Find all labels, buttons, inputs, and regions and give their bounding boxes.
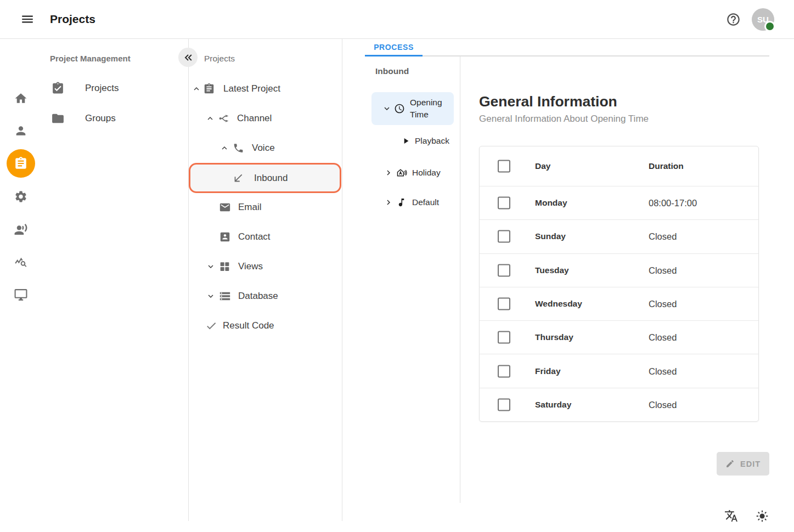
- tree-item-label: Database: [238, 291, 278, 302]
- duration-cell: Closed: [649, 366, 677, 376]
- day-cell: Friday: [535, 366, 561, 376]
- tree-item-latest-project[interactable]: Latest Project: [188, 78, 341, 100]
- collapse-caret-icon[interactable]: [205, 114, 215, 123]
- topbar-actions: SU: [726, 8, 794, 31]
- duration-cell: Closed: [649, 298, 677, 309]
- tree-item-label: Channel: [237, 113, 272, 124]
- result-code-icon: [205, 320, 217, 332]
- table-row: Sunday Closed: [480, 219, 758, 253]
- expand-caret-icon[interactable]: [382, 104, 392, 114]
- settings-icon[interactable]: [14, 190, 27, 203]
- home-icon[interactable]: [14, 92, 27, 105]
- table-row: Wednesday Closed: [480, 287, 758, 320]
- expand-chevron-icon[interactable]: [384, 168, 393, 178]
- avatar[interactable]: SU: [752, 8, 774, 31]
- row-checkbox[interactable]: [498, 297, 510, 310]
- views-icon: [219, 261, 230, 273]
- desktop-icon[interactable]: [14, 288, 27, 302]
- row-checkbox[interactable]: [498, 331, 510, 344]
- voice-over-icon[interactable]: [14, 223, 27, 236]
- top-bar: Projects SU: [0, 0, 794, 39]
- row-checkbox[interactable]: [498, 264, 510, 276]
- edit-button[interactable]: EDIT: [717, 452, 769, 476]
- tree-item-email[interactable]: Email: [188, 196, 341, 218]
- channel-icon: [218, 112, 230, 124]
- tree-item-channel[interactable]: Channel: [188, 107, 341, 129]
- main-content: General Information General Information …: [460, 56, 794, 532]
- menu-icon[interactable]: [20, 12, 35, 26]
- tree-item-label: Email: [238, 202, 262, 213]
- table-header-row: Day Duration: [480, 146, 758, 186]
- tree-item-inbound-selected[interactable]: Inbound: [189, 163, 341, 193]
- projects-item-icon: [51, 82, 65, 95]
- nav-column: Project Management Projects Groups: [41, 39, 189, 521]
- holiday-icon: [396, 167, 407, 178]
- presence-dot: [764, 21, 775, 32]
- tree-item-label: Voice: [252, 143, 275, 154]
- tree-header: Projects: [204, 54, 235, 64]
- tree-item-label: Latest Project: [223, 83, 280, 94]
- playback-icon: [401, 137, 410, 146]
- icon-rail: [0, 39, 41, 532]
- tree-item-contact[interactable]: Contact: [188, 226, 341, 248]
- translate-icon[interactable]: [724, 509, 738, 523]
- process-item-default[interactable]: Default: [342, 194, 460, 211]
- day-cell: Monday: [535, 198, 567, 208]
- default-icon: [396, 197, 407, 208]
- project-icon: [203, 83, 215, 95]
- nav-item-projects[interactable]: Projects: [41, 77, 188, 100]
- nav-item-groups[interactable]: Groups: [41, 107, 188, 130]
- expand-chevron-icon[interactable]: [384, 197, 393, 207]
- process-item-label: Opening Time: [410, 97, 451, 120]
- select-all-checkbox[interactable]: [498, 160, 510, 173]
- expand-caret-icon[interactable]: [206, 262, 216, 271]
- duration-cell: 08:00-17:00: [649, 198, 697, 208]
- process-item-label: Playback: [415, 136, 449, 146]
- collapse-caret-icon[interactable]: [192, 84, 201, 94]
- tree-item-result-code[interactable]: Result Code: [188, 315, 341, 337]
- section-subtitle: General Information About Opening Time: [479, 114, 649, 124]
- edit-icon: [725, 459, 735, 468]
- expand-caret-icon[interactable]: [206, 291, 216, 301]
- row-checkbox[interactable]: [498, 365, 510, 377]
- duration-cell: Closed: [649, 332, 677, 343]
- row-checkbox[interactable]: [498, 197, 510, 210]
- process-item-holiday[interactable]: Holiday: [342, 164, 460, 182]
- help-icon[interactable]: [726, 12, 741, 27]
- users-icon[interactable]: [14, 124, 27, 138]
- day-cell: Wednesday: [535, 299, 582, 309]
- process-root-label: Inbound: [375, 66, 409, 76]
- page-title: Projects: [50, 13, 95, 26]
- active-tab-indicator: [365, 55, 423, 56]
- process-item-opening-time-selected[interactable]: Opening Time: [371, 92, 454, 125]
- row-checkbox[interactable]: [498, 230, 510, 243]
- tree-item-label: Inbound: [254, 173, 288, 184]
- process-item-playback[interactable]: Playback: [342, 132, 460, 150]
- nav-item-label: Projects: [85, 83, 119, 94]
- nav-header: Project Management: [50, 54, 131, 63]
- tab-process[interactable]: PROCESS: [365, 39, 423, 55]
- column-header-duration: Duration: [649, 161, 684, 171]
- row-checkbox[interactable]: [498, 398, 510, 411]
- table-row: Thursday Closed: [480, 320, 758, 354]
- day-cell: Sunday: [535, 231, 566, 241]
- groups-icon: [51, 112, 65, 126]
- voice-icon: [233, 143, 244, 154]
- table-row: Tuesday Closed: [480, 253, 758, 287]
- contact-icon: [219, 231, 231, 243]
- table-row: Saturday Closed: [480, 388, 758, 421]
- projects-rail-icon-active[interactable]: [7, 149, 35, 178]
- collapse-panel-icon[interactable]: [178, 48, 198, 67]
- app-root: Projects SU: [0, 0, 794, 532]
- tree-item-label: Result Code: [223, 320, 274, 331]
- table-row: Friday Closed: [480, 354, 758, 387]
- tree-item-views[interactable]: Views: [188, 256, 341, 278]
- stats-icon[interactable]: [14, 256, 27, 269]
- brightness-icon[interactable]: [755, 509, 769, 523]
- project-tree-column: Projects Latest Project Channel Voice: [188, 39, 342, 521]
- duration-cell: Closed: [649, 265, 677, 275]
- tree-item-database[interactable]: Database: [188, 285, 341, 307]
- collapse-caret-icon[interactable]: [219, 143, 229, 153]
- process-item-label: Default: [412, 197, 439, 207]
- tree-item-voice[interactable]: Voice: [188, 137, 341, 159]
